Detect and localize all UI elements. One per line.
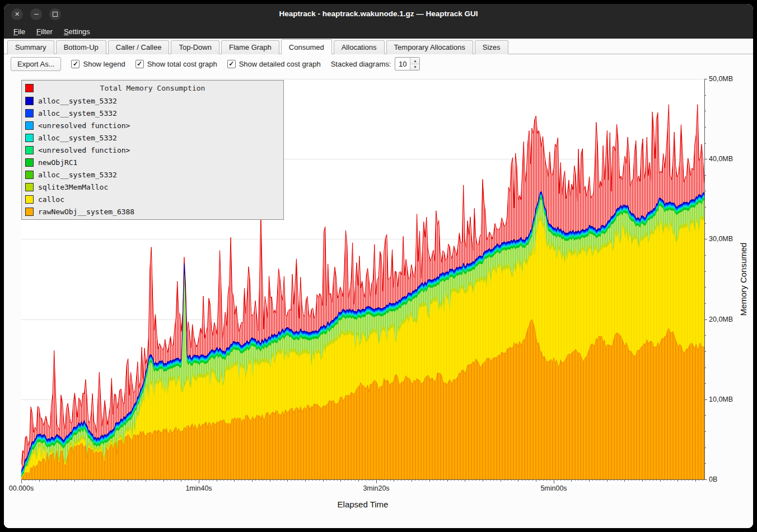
legend-swatch: [25, 183, 34, 191]
y-tick-label: 30,0MB: [709, 235, 733, 243]
legend-swatch: [25, 134, 34, 142]
x-tick-label: 3min20s: [363, 484, 389, 492]
tab-bottom-up[interactable]: Bottom-Up: [56, 40, 106, 54]
legend-item: alloc__system_5332: [22, 95, 283, 107]
chevron-down-icon: ▼: [413, 65, 417, 69]
maximize-icon: [53, 12, 58, 17]
tabbar: Summary Bottom-Up Caller / Callee Top-Do…: [4, 39, 753, 54]
y-tick-label: 20,0MB: [709, 316, 733, 323]
tab-caller-callee[interactable]: Caller / Callee: [108, 40, 170, 54]
legend-label: <unresolved function>: [38, 121, 130, 130]
legend-swatch: [25, 121, 34, 130]
show-detailed-cost-graph-checkbox[interactable]: ✓ Show detailed cost graph: [227, 60, 321, 68]
window-controls: ✕: [11, 8, 61, 20]
legend-label: alloc__system_5332: [38, 134, 117, 142]
close-icon: ✕: [15, 11, 20, 18]
spin-up-button[interactable]: ▲: [410, 58, 419, 64]
x-tick-label: 00.000s: [9, 484, 34, 492]
checkbox-label: Show total cost graph: [147, 60, 217, 68]
legend-item: sqlite3MemMalloc: [22, 181, 283, 193]
maximize-button[interactable]: [49, 8, 61, 20]
legend-swatch: [25, 208, 34, 216]
legend-item: alloc__system_5332: [22, 168, 283, 181]
checkbox-label: Show detailed cost graph: [239, 60, 321, 68]
tab-top-down[interactable]: Top-Down: [171, 40, 219, 54]
y-tick-label: 0B: [709, 475, 717, 483]
legend-title-row: Total Memory Consumption: [22, 82, 283, 95]
y-tick-label: 40,0MB: [709, 155, 733, 163]
legend-label: calloc: [38, 195, 64, 204]
legend-item: newObjRC1: [22, 156, 283, 168]
menubar: File Filter Settings: [4, 24, 753, 39]
show-total-cost-graph-checkbox[interactable]: ✓ Show total cost graph: [135, 60, 217, 68]
legend-label: alloc__system_5332: [38, 171, 117, 179]
legend-label: rawNewObj__system_6388: [38, 208, 134, 216]
legend-swatch: [25, 97, 34, 105]
legend-title: Total Memory Consumption: [22, 84, 283, 92]
legend-swatch: [25, 158, 34, 167]
y-tick-label: 10,0MB: [709, 396, 733, 403]
tab-flame-graph[interactable]: Flame Graph: [221, 40, 279, 54]
legend-item: calloc: [22, 193, 283, 205]
legend-swatch: [25, 146, 34, 154]
legend-swatch: [25, 109, 34, 117]
legend-item: <unresolved function>: [22, 144, 283, 156]
x-tick-label: 5min00s: [540, 484, 567, 492]
tab-consumed[interactable]: Consumed: [281, 39, 332, 54]
legend-swatch: [25, 171, 34, 179]
x-axis-title: Elapsed Time: [338, 500, 389, 509]
legend-label: alloc__system_5332: [38, 109, 117, 117]
y-tick-label: 50,0MB: [709, 75, 733, 83]
legend-swatch: [25, 195, 34, 204]
legend-item: <unresolved function>: [22, 119, 283, 131]
stacked-diagrams-control: Stacked diagrams: 10 ▲ ▼: [331, 57, 420, 70]
window-title: Heaptrack - heaptrack.wakunode.1.gz — He…: [4, 4, 753, 24]
legend-label: <unresolved function>: [38, 146, 130, 154]
chart-legend: Total Memory Consumption alloc__system_5…: [21, 80, 284, 220]
close-button[interactable]: ✕: [11, 8, 23, 20]
menu-filter[interactable]: Filter: [31, 26, 58, 37]
checkbox-check-icon: ✓: [227, 60, 236, 68]
show-legend-checkbox[interactable]: ✓ Show legend: [71, 60, 125, 68]
menu-file[interactable]: File: [8, 26, 30, 37]
checkbox-check-icon: ✓: [71, 60, 80, 68]
legend-item: alloc__system_5332: [22, 131, 283, 144]
tab-allocations[interactable]: Allocations: [334, 40, 385, 54]
minimize-button[interactable]: [30, 8, 42, 20]
stacked-diagrams-value[interactable]: 10: [395, 58, 410, 70]
checkbox-label: Show legend: [83, 60, 125, 68]
chevron-up-icon: ▲: [413, 59, 417, 63]
tab-temporary-allocations[interactable]: Temporary Allocations: [386, 40, 473, 54]
legend-label: sqlite3MemMalloc: [38, 183, 108, 191]
minimize-icon: [34, 14, 39, 15]
y-axis-title: Memory Consumed: [739, 243, 748, 316]
spin-down-button[interactable]: ▼: [410, 64, 419, 70]
x-tick-label: 1min40s: [185, 484, 212, 492]
legend-item: alloc__system_5332: [22, 107, 283, 119]
legend-label: alloc__system_5332: [38, 97, 117, 105]
checkbox-check-icon: ✓: [135, 60, 144, 68]
titlebar: Heaptrack - heaptrack.wakunode.1.gz — He…: [4, 4, 753, 24]
legend-item: rawNewObj__system_6388: [22, 205, 283, 218]
tab-summary[interactable]: Summary: [7, 40, 54, 54]
toolbar: Export As... ✓ Show legend ✓ Show total …: [4, 54, 753, 73]
menu-settings[interactable]: Settings: [59, 26, 95, 37]
export-as-button[interactable]: Export As...: [11, 57, 61, 71]
tab-sizes[interactable]: Sizes: [475, 40, 508, 54]
stacked-diagrams-label: Stacked diagrams:: [331, 60, 391, 68]
heaptrack-window: Heaptrack - heaptrack.wakunode.1.gz — He…: [4, 4, 753, 528]
legend-label: newObjRC1: [38, 158, 77, 167]
chart-area: Total Memory Consumption alloc__system_5…: [4, 73, 753, 528]
spinbox-buttons: ▲ ▼: [410, 58, 419, 70]
stacked-diagrams-spinbox[interactable]: 10 ▲ ▼: [395, 57, 420, 70]
